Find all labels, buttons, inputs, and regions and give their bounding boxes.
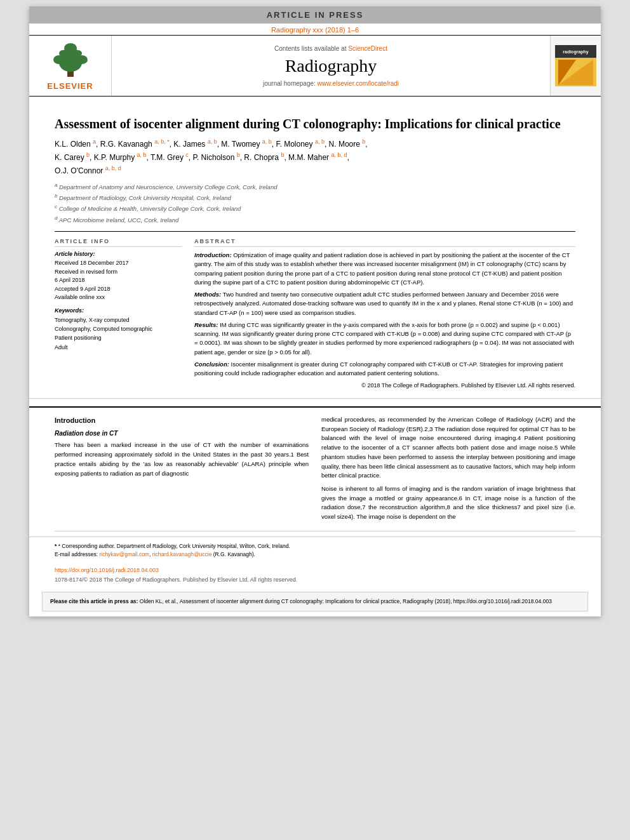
abstract-text: Introduction: Optimization of image qual…	[194, 251, 575, 390]
abstract-methods: Methods: Two hundred and twenty two cons…	[194, 290, 575, 317]
para1-text: There has been a marked increase in the …	[55, 441, 309, 476]
citation-label: Please cite this article in press as:	[50, 598, 138, 604]
para2-text: medical procedures, as recommended by th…	[321, 416, 575, 479]
affiliation-a: a Department of Anatomy and Neuroscience…	[55, 182, 575, 192]
section-divider	[29, 398, 601, 399]
history-items: Received 18 December 2017 Received in re…	[55, 259, 182, 302]
revised-label: Received in revised form	[55, 268, 182, 277]
email1-link[interactable]: richykav@gmail.com	[99, 551, 149, 557]
journal-ref-text: Radiography xxx (2018) 1–6	[271, 26, 359, 34]
info-abstract-section: ARTICLE INFO Article history: Received 1…	[55, 231, 575, 390]
intro-text: Optimization of image quality and patien…	[194, 251, 570, 286]
copyright-line: © 2018 The College of Radiographers. Pub…	[194, 382, 575, 390]
citation-bar: Please cite this article in press as: Ol…	[42, 592, 588, 611]
abstract-intro: Introduction: Optimization of image qual…	[194, 251, 575, 287]
svg-point-4	[53, 55, 65, 64]
main-content: Assessment of isocenter alignment during…	[29, 97, 601, 390]
received-date: Received 18 December 2017	[55, 259, 182, 268]
email2-link[interactable]: richard.kavanagh@uccie	[152, 551, 212, 557]
footnote-divider	[55, 531, 575, 531]
journal-ref: Radiography xxx (2018) 1–6	[29, 23, 601, 35]
doi-area: https://doi.org/10.1016/j.radi.2018.04.0…	[29, 563, 601, 587]
doi-link-line: https://doi.org/10.1016/j.radi.2018.04.0…	[55, 566, 575, 575]
elsevier-brand-text: ELSEVIER	[47, 81, 93, 91]
doi-link[interactable]: https://doi.org/10.1016/j.radi.2018.04.0…	[55, 567, 159, 573]
footnote-star-text: * Corresponding author. Department of Ra…	[58, 543, 290, 549]
elsevier-logo: ELSEVIER	[29, 36, 112, 96]
homepage-line: journal homepage: www.elsevier.com/locat…	[263, 80, 399, 87]
para3-text: Noise is inherent to all forms of imagin…	[321, 485, 575, 520]
section-divider-thick	[29, 406, 601, 408]
email-label: E-mail addresses:	[55, 551, 98, 557]
badge-inner: radiography	[555, 45, 596, 86]
homepage-link[interactable]: www.elsevier.com/locate/radi	[318, 80, 399, 87]
keywords-label: Keywords:	[55, 307, 182, 314]
keyword-3: Patient positioning	[55, 333, 182, 342]
footnote-area: * * Corresponding author. Department of …	[29, 537, 601, 564]
results-title: Results:	[194, 321, 218, 328]
affiliation-c: c College of Medicine & Health, Universi…	[55, 203, 575, 213]
keywords-list: Tomography, X-ray computed Colonography,…	[55, 316, 182, 352]
affiliation-d: d APC Microbiome Ireland, UCC, Cork, Ire…	[55, 215, 575, 225]
top-header: ELSEVIER Contents lists available at Sci…	[29, 35, 601, 97]
revised-date: 6 April 2018	[55, 276, 182, 285]
abstract-col: ABSTRACT Introduction: Optimization of i…	[194, 238, 575, 390]
history-label: Article history:	[55, 251, 182, 257]
keyword-2: Colonography, Computed tomographic	[55, 324, 182, 333]
affiliations: a Department of Anatomy and Neuroscience…	[55, 182, 575, 225]
intro-section-title: Introduction	[55, 415, 309, 426]
article-info-col: ARTICLE INFO Article history: Received 1…	[55, 238, 182, 390]
sciencedirect-line: Contents lists available at ScienceDirec…	[274, 45, 387, 52]
methods-text: Two hundred and twenty two consecutive o…	[194, 291, 573, 316]
abstract-results: Results: IM during CTC was significantly…	[194, 321, 575, 357]
intro-para2: medical procedures, as recommended by th…	[321, 415, 575, 481]
contents-label: Contents lists available at	[274, 45, 346, 52]
footnote-name: (R.G. Kavanagh).	[213, 551, 255, 557]
footnote-email-line: E-mail addresses: richykav@gmail.com, ri…	[55, 550, 575, 559]
aip-banner: ARTICLE IN PRESS	[29, 6, 601, 23]
page: ARTICLE IN PRESS Radiography xxx (2018) …	[29, 6, 601, 617]
intro-para1: There has been a marked increase in the …	[55, 441, 309, 478]
svg-point-6	[59, 50, 67, 57]
svg-point-7	[74, 50, 82, 57]
journal-title-block: Contents lists available at ScienceDirec…	[112, 36, 550, 96]
body-section: Introduction Radiation dose in CT There …	[29, 415, 601, 526]
abstract-heading: ABSTRACT	[194, 238, 575, 247]
sciencedirect-link[interactable]: ScienceDirect	[348, 45, 387, 52]
accepted-date: Accepted 9 April 2018	[55, 285, 182, 294]
article-title: Assessment of isocenter alignment during…	[55, 116, 575, 132]
journal-name: Radiography	[285, 56, 377, 76]
body-right-col: medical procedures, as recommended by th…	[321, 415, 575, 526]
conclusion-text: Isocenter misalignment is greater during…	[194, 361, 563, 377]
keyword-4: Adult	[55, 343, 182, 352]
intro-title: Introduction:	[194, 251, 232, 258]
authors-line: K.L. Olden a, R.G. Kavanagh a, b, *, K. …	[55, 137, 575, 178]
banner-text: ARTICLE IN PRESS	[267, 10, 364, 20]
keyword-1: Tomography, X-ray computed	[55, 316, 182, 324]
footnote-star: *	[55, 543, 57, 549]
affiliation-b: b Department of Radiology, Cork Universi…	[55, 192, 575, 203]
elsevier-tree-image	[45, 41, 96, 79]
body-left-col: Introduction Radiation dose in CT There …	[55, 415, 309, 526]
citation-text: Olden KL, et al., Assessment of isocente…	[140, 598, 552, 604]
homepage-label: journal homepage:	[263, 80, 316, 87]
conclusion-title: Conclusion:	[194, 361, 229, 368]
badge-top: radiography	[555, 45, 596, 58]
article-info-heading: ARTICLE INFO	[55, 238, 182, 247]
abstract-conclusion: Conclusion: Isocenter misalignment is gr…	[194, 360, 575, 378]
issn-line: 1078-8174/© 2018 The College of Radiogra…	[55, 575, 575, 584]
journal-badge: radiography	[550, 36, 601, 96]
intro-para3: Noise is inherent to all forms of imagin…	[321, 484, 575, 522]
footnote-star-line: * * Corresponding author. Department of …	[55, 542, 575, 550]
intro-subsection-title: Radiation dose in CT	[55, 429, 309, 439]
badge-bottom	[555, 58, 596, 86]
svg-point-5	[76, 55, 88, 64]
results-text: IM during CTC was significantly greater …	[194, 321, 574, 356]
available-online: Available online xxx	[55, 293, 182, 302]
methods-title: Methods:	[194, 291, 221, 298]
